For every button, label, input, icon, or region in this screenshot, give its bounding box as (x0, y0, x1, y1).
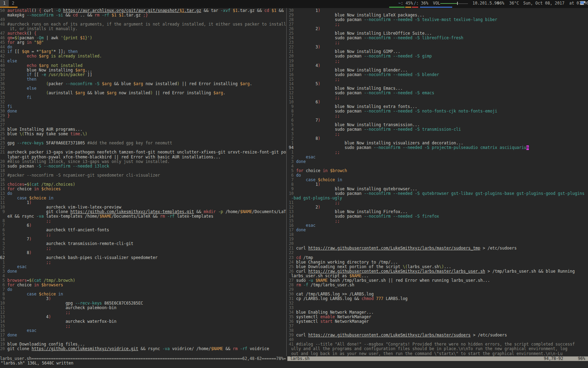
line-number: 21 (289, 246, 294, 251)
code-line: 32 (287, 301, 588, 306)
code-line: 18 (287, 232, 588, 237)
code-line: 34 (aurinstall $arg && blue $arg now ins… (0, 91, 286, 95)
code-line: 26 2) (287, 27, 588, 31)
code-line: 41#dialog --title "All done!" --msgbox "… (287, 342, 588, 347)
code-line: 37 (287, 324, 588, 328)
code-line: 13 blue Now installing Firefox... (287, 210, 588, 214)
code-line: 39 blue Now installing $arg... (0, 68, 286, 73)
code-line: 19 ;; (287, 59, 588, 63)
line-number: 2 (0, 265, 5, 269)
code-line: 18 4) (287, 63, 588, 68)
line-number: 18 (0, 338, 5, 342)
code-line: 1 ;; (287, 150, 588, 155)
code-line: 2 8) (287, 136, 588, 141)
statusline-filename: larbs.sh (290, 356, 309, 361)
line-number: 5 (289, 123, 294, 127)
line-number: 30 (289, 292, 294, 297)
workspace-2[interactable]: 2 (9, 0, 18, 7)
code-line: 12 sudo pacman --noconfirm --needed -S e… (287, 91, 588, 95)
workspace-1[interactable]: 1 (0, 0, 9, 7)
code-line: out and log back in as your new user, th… (287, 352, 588, 356)
line-number: 20 (0, 347, 5, 351)
line-number: 23 (289, 40, 294, 45)
code-line: 36 (packer --noconfirm -S $arg && blue $… (0, 82, 286, 86)
line-number: 50 (0, 8, 5, 13)
code-line: 7 ;; (287, 114, 588, 118)
disk-root-module: /: 36% (414, 0, 428, 7)
code-line: 4 7) (0, 237, 286, 241)
code-line: 17 blue Now installing Blender... (287, 68, 588, 73)
volume-slider-fill[interactable] (440, 3, 457, 4)
line-number: 23 (289, 255, 294, 260)
code-line: 94 sudo pacman --noconfirm --needed -S p… (287, 145, 588, 150)
window-separator[interactable] (286, 8, 287, 356)
code-line: 9 3) (0, 297, 286, 301)
line-number: 15 (0, 324, 5, 328)
vim-window-larbs-sh[interactable]: 30 1)29 blue Now installing LaTeX packag… (287, 8, 588, 357)
line-number: 8 (0, 219, 5, 223)
line-number: 5 (0, 278, 5, 283)
volume-slider-handle[interactable] (457, 2, 458, 5)
code-line: 21curl https://raw.githubusercontent.com… (287, 246, 588, 251)
line-number: 17 (289, 228, 294, 232)
code-line: lybar-git python-pywal xfce-theme-blackb… (0, 155, 286, 159)
home-glyph: ~ (398, 1, 401, 6)
code-line: 27 (0, 123, 286, 127)
line-number: 17 (0, 333, 5, 338)
code-line: 10 6) (287, 100, 588, 104)
code-line: 6 7) (287, 118, 588, 123)
line-number: 2 (0, 246, 5, 251)
line-number: 6 (289, 173, 294, 178)
line-number: 28 (289, 283, 294, 287)
underline-blue (420, 7, 452, 8)
tray-display-icon[interactable] (580, 1, 586, 6)
code-line: 15 ;; (287, 77, 588, 82)
code-line: 50aurinstall() { curl -O https://aur.arc… (0, 8, 286, 13)
line-number: 10 (0, 205, 5, 210)
line-number: 41 (289, 342, 294, 347)
code-line: 36systemctl start NetworkManager (287, 319, 588, 324)
code-line: it, or installs it manually. (0, 27, 286, 31)
code-line: 1 ;; (0, 260, 286, 265)
line-number: 4 (289, 127, 294, 132)
line-number: 31 (289, 297, 294, 301)
code-line: 16 esac (0, 328, 286, 333)
code-line: 62 aurcheck bash-pipes cli-visualizer sp… (0, 255, 286, 260)
vim-window-larbs-user-sh[interactable]: 50aurinstall() { curl -O https://aur.arc… (0, 8, 286, 357)
ip-address: 10.201.5.96 (472, 0, 499, 7)
disk-home-module: ~: 45% (398, 0, 413, 7)
code-line: 39curl https://raw.githubusercontent.com… (287, 333, 588, 338)
code-line: 23 ;; (287, 40, 588, 45)
code-line: 19 (287, 237, 588, 241)
line-number: 46 (0, 36, 5, 40)
code-line: 6do (287, 173, 588, 178)
line-number: 49 (0, 18, 5, 22)
line-number: 8 (289, 182, 294, 187)
code-line: 28rm -f /tmp/larbs_user.sh (287, 283, 588, 287)
code-line: 46qm=$(pacman -Qm | awk '{print $1}') (0, 36, 286, 40)
code-line: 43if [[ $qm = *"$arg"* ]]; then (0, 49, 286, 54)
code-line: 8 sudo pacman --noconfirm --needed -S no… (287, 109, 588, 114)
line-number: 22 (0, 145, 5, 150)
code-line: 29} (0, 114, 286, 118)
code-line: 42 echo $arg is already installed. (0, 54, 286, 59)
line-number: 29 (0, 114, 5, 118)
line-number: 2 (289, 136, 294, 141)
code-line: 7 6) (0, 223, 286, 228)
code-line: 24 sudo pacman --noconfirm --needed -S l… (287, 36, 588, 40)
code-line: 26blue Installing AUR programs... (0, 127, 286, 132)
line-number: 9 (289, 187, 294, 191)
line-number: 7 (0, 223, 5, 228)
line-number: 3 (289, 132, 294, 136)
volume-slider-track[interactable] (458, 4, 468, 4)
statusline-active-larbs-sh: larbs.sh 94,78-92 96% (287, 356, 588, 361)
code-line: 23cd /tmp (287, 255, 588, 260)
line-number: 6 (0, 228, 5, 232)
code-line: 32 (0, 100, 286, 104)
code-line: 8 ;; (0, 219, 286, 223)
line-number: 12 (0, 310, 5, 315)
line-number: 38 (289, 328, 294, 333)
line-number: 16 (289, 73, 294, 77)
line-number: 20 (289, 54, 294, 59)
code-line: 16 sudo pacman --noconfirm --needed -S b… (287, 73, 588, 77)
